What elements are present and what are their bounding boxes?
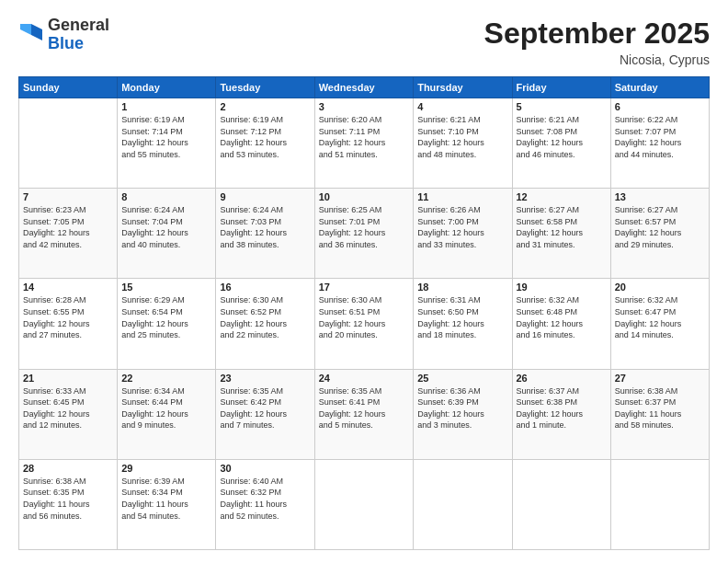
day-info: Sunrise: 6:35 AMSunset: 6:42 PMDaylight:…	[220, 385, 310, 431]
calendar-cell	[512, 459, 610, 549]
day-info: Sunrise: 6:25 AMSunset: 7:01 PMDaylight:…	[319, 204, 409, 250]
day-number: 18	[417, 282, 507, 293]
calendar-cell: 28Sunrise: 6:38 AMSunset: 6:35 PMDayligh…	[19, 459, 118, 549]
calendar-cell	[610, 459, 709, 549]
calendar-cell: 25Sunrise: 6:36 AMSunset: 6:39 PMDayligh…	[414, 369, 512, 459]
day-number: 24	[319, 373, 409, 384]
day-info: Sunrise: 6:38 AMSunset: 6:37 PMDaylight:…	[615, 385, 705, 431]
svg-marker-1	[20, 24, 31, 35]
title-block: September 2025 Nicosia, Cyprus	[484, 17, 710, 67]
day-number: 21	[23, 373, 113, 384]
calendar-cell: 18Sunrise: 6:31 AMSunset: 6:50 PMDayligh…	[414, 279, 512, 369]
calendar-cell: 17Sunrise: 6:30 AMSunset: 6:51 PMDayligh…	[314, 279, 413, 369]
day-info: Sunrise: 6:37 AMSunset: 6:38 PMDaylight:…	[517, 385, 607, 431]
day-info: Sunrise: 6:20 AMSunset: 7:11 PMDaylight:…	[319, 114, 409, 160]
day-number: 7	[23, 191, 113, 202]
day-info: Sunrise: 6:38 AMSunset: 6:35 PMDaylight:…	[23, 476, 113, 522]
day-number: 29	[121, 463, 211, 474]
calendar-title: September 2025	[484, 17, 710, 51]
calendar-cell: 9Sunrise: 6:24 AMSunset: 7:03 PMDaylight…	[216, 189, 314, 279]
calendar-cell: 20Sunrise: 6:32 AMSunset: 6:47 PMDayligh…	[610, 279, 709, 369]
calendar-cell: 12Sunrise: 6:27 AMSunset: 6:58 PMDayligh…	[512, 189, 610, 279]
calendar-cell	[414, 459, 512, 549]
calendar-cell: 15Sunrise: 6:29 AMSunset: 6:54 PMDayligh…	[118, 279, 216, 369]
day-info: Sunrise: 6:28 AMSunset: 6:55 PMDaylight:…	[23, 294, 113, 340]
calendar-cell: 3Sunrise: 6:20 AMSunset: 7:11 PMDaylight…	[314, 98, 413, 189]
weekday-header-thursday: Thursday	[414, 77, 512, 98]
calendar-cell: 30Sunrise: 6:40 AMSunset: 6:32 PMDayligh…	[216, 459, 314, 549]
day-info: Sunrise: 6:19 AMSunset: 7:14 PMDaylight:…	[121, 114, 211, 160]
day-info: Sunrise: 6:32 AMSunset: 6:48 PMDaylight:…	[517, 294, 607, 340]
day-number: 3	[319, 101, 409, 112]
day-info: Sunrise: 6:19 AMSunset: 7:12 PMDaylight:…	[220, 114, 310, 160]
page: General Blue September 2025 Nicosia, Cyp…	[0, 0, 728, 563]
day-info: Sunrise: 6:39 AMSunset: 6:34 PMDaylight:…	[121, 476, 211, 522]
day-info: Sunrise: 6:36 AMSunset: 6:39 PMDaylight:…	[417, 385, 507, 431]
day-info: Sunrise: 6:32 AMSunset: 6:47 PMDaylight:…	[615, 294, 705, 340]
day-info: Sunrise: 6:34 AMSunset: 6:44 PMDaylight:…	[121, 385, 211, 431]
calendar-cell: 14Sunrise: 6:28 AMSunset: 6:55 PMDayligh…	[19, 279, 118, 369]
weekday-header-monday: Monday	[118, 77, 216, 98]
calendar-cell: 27Sunrise: 6:38 AMSunset: 6:37 PMDayligh…	[610, 369, 709, 459]
day-number: 30	[220, 463, 310, 474]
day-number: 5	[517, 101, 607, 112]
week-row-4: 28Sunrise: 6:38 AMSunset: 6:35 PMDayligh…	[19, 459, 710, 549]
logo-blue-text: Blue	[48, 34, 84, 52]
calendar-cell: 16Sunrise: 6:30 AMSunset: 6:52 PMDayligh…	[216, 279, 314, 369]
day-info: Sunrise: 6:22 AMSunset: 7:07 PMDaylight:…	[615, 114, 705, 160]
day-number: 14	[23, 282, 113, 293]
calendar-cell: 11Sunrise: 6:26 AMSunset: 7:00 PMDayligh…	[414, 189, 512, 279]
logo-text: General Blue	[48, 17, 109, 53]
day-info: Sunrise: 6:21 AMSunset: 7:08 PMDaylight:…	[517, 114, 607, 160]
calendar-cell: 2Sunrise: 6:19 AMSunset: 7:12 PMDaylight…	[216, 98, 314, 189]
week-row-2: 14Sunrise: 6:28 AMSunset: 6:55 PMDayligh…	[19, 279, 710, 369]
day-number: 27	[615, 373, 705, 384]
calendar-cell: 6Sunrise: 6:22 AMSunset: 7:07 PMDaylight…	[610, 98, 709, 189]
calendar-cell	[314, 459, 413, 549]
calendar-cell: 5Sunrise: 6:21 AMSunset: 7:08 PMDaylight…	[512, 98, 610, 189]
calendar-cell: 22Sunrise: 6:34 AMSunset: 6:44 PMDayligh…	[118, 369, 216, 459]
day-info: Sunrise: 6:31 AMSunset: 6:50 PMDaylight:…	[417, 294, 507, 340]
weekday-row: SundayMondayTuesdayWednesdayThursdayFrid…	[19, 77, 710, 98]
day-number: 11	[417, 191, 507, 202]
calendar-cell	[19, 98, 118, 189]
day-info: Sunrise: 6:40 AMSunset: 6:32 PMDaylight:…	[220, 476, 310, 522]
calendar-cell: 8Sunrise: 6:24 AMSunset: 7:04 PMDaylight…	[118, 189, 216, 279]
calendar-cell: 10Sunrise: 6:25 AMSunset: 7:01 PMDayligh…	[314, 189, 413, 279]
logo-general-text: General	[48, 16, 109, 34]
weekday-header-friday: Friday	[512, 77, 610, 98]
day-number: 10	[319, 191, 409, 202]
day-info: Sunrise: 6:35 AMSunset: 6:41 PMDaylight:…	[319, 385, 409, 431]
calendar-cell: 4Sunrise: 6:21 AMSunset: 7:10 PMDaylight…	[414, 98, 512, 189]
calendar-cell: 24Sunrise: 6:35 AMSunset: 6:41 PMDayligh…	[314, 369, 413, 459]
logo: General Blue	[18, 17, 109, 53]
day-number: 28	[23, 463, 113, 474]
day-number: 6	[615, 101, 705, 112]
day-number: 9	[220, 191, 310, 202]
day-number: 12	[517, 191, 607, 202]
calendar-cell: 29Sunrise: 6:39 AMSunset: 6:34 PMDayligh…	[118, 459, 216, 549]
header: General Blue September 2025 Nicosia, Cyp…	[18, 17, 710, 67]
calendar-cell: 19Sunrise: 6:32 AMSunset: 6:48 PMDayligh…	[512, 279, 610, 369]
day-number: 17	[319, 282, 409, 293]
day-number: 4	[417, 101, 507, 112]
day-number: 23	[220, 373, 310, 384]
day-number: 2	[220, 101, 310, 112]
weekday-header-tuesday: Tuesday	[216, 77, 314, 98]
weekday-header-sunday: Sunday	[19, 77, 118, 98]
day-info: Sunrise: 6:23 AMSunset: 7:05 PMDaylight:…	[23, 204, 113, 250]
weekday-header-wednesday: Wednesday	[314, 77, 413, 98]
calendar-header: SundayMondayTuesdayWednesdayThursdayFrid…	[19, 77, 710, 98]
day-number: 13	[615, 191, 705, 202]
day-number: 20	[615, 282, 705, 293]
calendar-body: 1Sunrise: 6:19 AMSunset: 7:14 PMDaylight…	[19, 98, 710, 550]
day-number: 22	[121, 373, 211, 384]
week-row-3: 21Sunrise: 6:33 AMSunset: 6:45 PMDayligh…	[19, 369, 710, 459]
week-row-0: 1Sunrise: 6:19 AMSunset: 7:14 PMDaylight…	[19, 98, 710, 189]
day-info: Sunrise: 6:24 AMSunset: 7:04 PMDaylight:…	[121, 204, 211, 250]
day-number: 16	[220, 282, 310, 293]
day-number: 1	[121, 101, 211, 112]
day-info: Sunrise: 6:21 AMSunset: 7:10 PMDaylight:…	[417, 114, 507, 160]
day-number: 26	[517, 373, 607, 384]
calendar-cell: 21Sunrise: 6:33 AMSunset: 6:45 PMDayligh…	[19, 369, 118, 459]
